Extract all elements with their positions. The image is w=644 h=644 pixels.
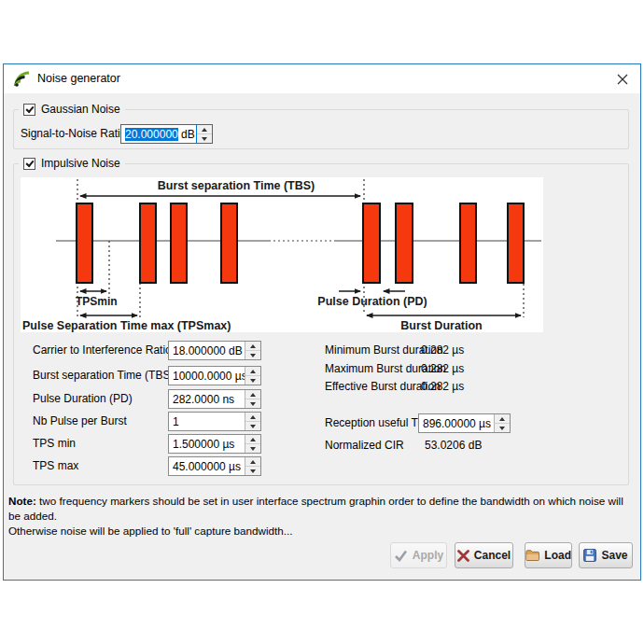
spinner-buttons[interactable] — [245, 367, 260, 385]
spinner-buttons[interactable] — [245, 390, 260, 408]
cancel-button-label: Cancel — [474, 549, 511, 562]
window-title: Noise generator — [37, 64, 120, 93]
app-logo-icon — [13, 70, 31, 88]
spin-up-icon[interactable] — [197, 125, 212, 133]
spinner-buttons[interactable] — [245, 342, 260, 359]
cancel-x-icon — [457, 550, 469, 562]
tpsmin-label: TPSmin — [76, 295, 118, 308]
burst-diagram-image: Burst separation Time (TBS) TPSmin Pulse… — [21, 177, 543, 332]
max-burst-value: 0.282 µs — [421, 359, 464, 378]
pd-input[interactable]: 282.0000 ns — [168, 389, 261, 409]
floppy-disk-icon — [583, 549, 596, 562]
snr-spinner[interactable] — [196, 125, 212, 143]
check-icon — [394, 550, 408, 562]
spinner-buttons[interactable] — [494, 414, 510, 432]
cancel-button[interactable]: Cancel — [455, 542, 513, 568]
apply-button-label: Apply — [413, 549, 443, 562]
cir-label: Carrier to Interference Ratio — [33, 341, 172, 359]
gaussian-group-header: Gaussian Noise — [19, 101, 125, 118]
note-prefix: Note: — [8, 495, 36, 507]
impulsive-group-title: Impulsive Noise — [41, 157, 120, 170]
impulsive-noise-checkbox[interactable] — [23, 158, 35, 170]
impulsive-group-header: Impulsive Noise — [19, 155, 125, 172]
note-line2: Otherwise noise will be applied to 'full… — [8, 525, 293, 537]
close-button[interactable] — [610, 68, 635, 90]
load-button-label: Load — [544, 549, 571, 562]
cir-input[interactable]: 18.000000 dB — [168, 341, 261, 360]
snr-unit: dB — [178, 128, 195, 141]
save-button-label: Save — [601, 549, 627, 562]
tps-max-label: TPS max — [33, 456, 78, 475]
titlebar: Noise generator — [4, 64, 640, 93]
snr-label: Signal-to-Noise Ratio — [21, 124, 126, 143]
tpsmax-label: Pulse Separation Time max (TPSmax) — [22, 319, 231, 332]
gaussian-noise-checkbox[interactable] — [23, 104, 35, 116]
tps-min-input[interactable]: 1.500000 µs — [168, 434, 261, 454]
noise-generator-dialog: Noise generator Gaussian Noise Signal-to… — [3, 63, 641, 581]
spin-down-icon[interactable] — [197, 133, 212, 143]
apply-button[interactable]: Apply — [390, 542, 447, 568]
tbs-input[interactable]: 10000.0000 µs — [168, 366, 261, 385]
screen: Noise generator Gaussian Noise Signal-to… — [0, 0, 644, 644]
nb-pulse-label: Nb Pulse per Burst — [33, 412, 127, 430]
ncir-value: 53.0206 dB — [425, 436, 482, 455]
spinner-buttons[interactable] — [245, 413, 260, 430]
spinner-buttons[interactable] — [245, 457, 260, 475]
tbs-label: Burst separation Time (TBS) — [33, 366, 174, 385]
eff-burst-value: 0.282 µs — [421, 377, 464, 396]
ncir-label: Normalized CIR — [325, 436, 404, 455]
tu-input[interactable]: 896.00000 µs — [418, 413, 511, 433]
note-text: Note: two frequency markers should be se… — [8, 494, 637, 539]
load-button[interactable]: Load — [525, 542, 572, 568]
nb-pulse-input[interactable]: 1 — [168, 412, 261, 431]
gaussian-group-title: Gaussian Noise — [41, 103, 120, 116]
tbs-arrow-label: Burst separation Time (TBS) — [158, 179, 315, 192]
spinner-buttons[interactable] — [245, 435, 260, 453]
burst-duration-label: Burst Duration — [400, 319, 483, 332]
snr-value-selected: 20.000000 — [125, 128, 178, 141]
save-button[interactable]: Save — [579, 542, 633, 568]
pd-arrow-label: Pulse Duration (PD) — [317, 295, 427, 308]
min-burst-value: 0.282 µs — [421, 341, 464, 359]
pd-label: Pulse Duration (PD) — [33, 389, 133, 408]
folder-icon — [525, 549, 539, 562]
close-icon — [617, 74, 628, 85]
note-line1: two frequency markers should be set in u… — [8, 495, 623, 522]
snr-input[interactable]: 20.000000 dB — [120, 124, 213, 144]
tps-min-label: TPS min — [33, 434, 76, 453]
tps-max-input[interactable]: 45.000000 µs — [168, 456, 261, 476]
